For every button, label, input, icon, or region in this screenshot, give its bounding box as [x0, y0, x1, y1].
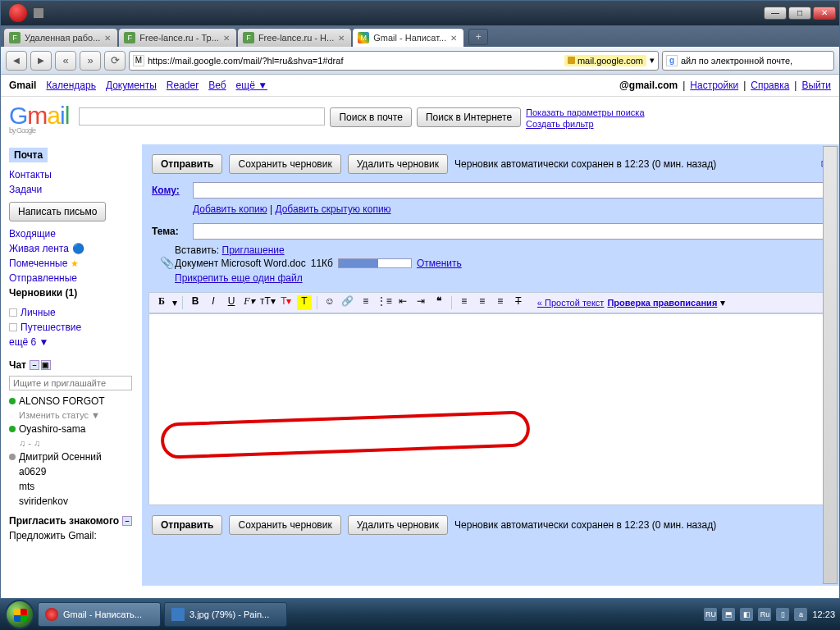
nav-link[interactable]: Reader: [167, 80, 199, 91]
chat-contact[interactable]: mts: [9, 479, 137, 494]
sidebar-starred[interactable]: Помеченные ★: [9, 256, 137, 271]
sidebar-more[interactable]: ещё 6 ▼: [9, 335, 137, 349]
highlight-button[interactable]: T: [297, 295, 312, 310]
sidebar-buzz[interactable]: Живая лента 🔵: [9, 241, 137, 256]
nav-link[interactable]: Документы: [106, 80, 157, 91]
discard-button-bottom[interactable]: Удалить черновик: [348, 515, 448, 535]
insert-invitation-link[interactable]: Приглашение: [222, 244, 285, 256]
browser-tab[interactable]: FFree-lance.ru - Н...✕: [238, 29, 351, 47]
browser-tab[interactable]: FFree-lance.ru - Тр...✕: [119, 29, 236, 47]
font-size-button[interactable]: тT▾: [260, 295, 276, 310]
browser-tab-active[interactable]: MGmail - Написат...✕: [353, 29, 463, 47]
tray-icon[interactable]: ◧: [740, 608, 753, 621]
cancel-upload-link[interactable]: Отменить: [417, 258, 462, 269]
start-button[interactable]: [5, 600, 34, 629]
search-box[interactable]: g айл по электронной почте,: [662, 51, 834, 71]
nav-link[interactable]: Веб: [208, 80, 226, 91]
chat-search-input[interactable]: [9, 376, 132, 390]
sidebar-contacts[interactable]: Контакты: [9, 167, 137, 182]
opera-logo[interactable]: [9, 4, 27, 22]
compose-button[interactable]: Написать письмо: [9, 202, 106, 221]
advanced-search-link[interactable]: Показать параметры поиска: [526, 107, 644, 117]
chat-popout-icon[interactable]: ▣: [41, 360, 51, 370]
browser-tab[interactable]: FУдаленная рабо...✕: [4, 29, 117, 47]
chat-contact[interactable]: sviridenkov: [9, 494, 137, 509]
remove-format-button[interactable]: T: [511, 295, 526, 310]
tab-close-icon[interactable]: ✕: [223, 34, 231, 42]
send-button[interactable]: Отправить: [152, 154, 222, 174]
sidebar-inbox[interactable]: Входящие: [9, 226, 137, 241]
sidebar-label[interactable]: Путешествие: [9, 320, 137, 335]
dropdown-icon[interactable]: ▾: [720, 297, 725, 308]
indent-button[interactable]: ⇥: [413, 295, 428, 310]
close-button[interactable]: ✕: [813, 7, 836, 20]
emoji-button[interactable]: ☺: [322, 295, 337, 310]
underline-button[interactable]: U: [224, 295, 239, 310]
link-button[interactable]: 🔗: [340, 295, 355, 310]
reload-button[interactable]: ⟳: [104, 51, 126, 71]
chat-contact[interactable]: Дмитрий Осенний: [9, 450, 137, 464]
dropdown-icon[interactable]: ▾: [172, 297, 177, 308]
font-button[interactable]: Б: [154, 295, 169, 310]
discard-button[interactable]: Удалить черновик: [348, 154, 448, 174]
sidebar-drafts[interactable]: Черновики (1): [9, 285, 137, 300]
add-cc-link[interactable]: Добавить копию: [193, 203, 267, 215]
nav-link[interactable]: Календарь: [46, 80, 96, 91]
tray-lang[interactable]: RU: [704, 608, 717, 621]
rewind-button[interactable]: «: [55, 51, 76, 71]
chat-status[interactable]: Изменить статус ▼: [9, 409, 137, 422]
tab-close-icon[interactable]: ✕: [104, 34, 112, 42]
taskbar-item[interactable]: 3.jpg (79%) - Pain...: [164, 602, 287, 627]
send-button-bottom[interactable]: Отправить: [152, 515, 222, 535]
italic-button[interactable]: I: [206, 295, 221, 310]
signout-link[interactable]: Выйти: [801, 80, 831, 91]
align-left-button[interactable]: ≡: [457, 295, 472, 310]
plain-text-link[interactable]: « Простой текст: [537, 298, 605, 308]
sidebar-label[interactable]: Личные: [9, 305, 137, 320]
tray-lang2[interactable]: Ru: [758, 608, 771, 621]
tab-close-icon[interactable]: ✕: [450, 34, 459, 42]
save-draft-button[interactable]: Сохранить черновик: [229, 154, 340, 174]
numbered-list-button[interactable]: ≡: [358, 295, 373, 310]
tray-icon[interactable]: ⬒: [722, 608, 735, 621]
spellcheck-link[interactable]: Проверка правописания: [607, 298, 717, 308]
back-button[interactable]: ◄: [6, 51, 27, 71]
nav-link[interactable]: ещё ▼: [236, 80, 267, 91]
create-filter-link[interactable]: Создать фильтр: [526, 119, 644, 129]
forward-button[interactable]: ►: [30, 51, 52, 71]
to-label[interactable]: Кому:: [152, 185, 188, 196]
sidebar-mail[interactable]: Почта: [9, 148, 48, 162]
tray-icon[interactable]: a: [794, 608, 807, 621]
sidebar-tasks[interactable]: Задачи: [9, 182, 137, 197]
attach-another-link[interactable]: Прикрепить еще один файл: [175, 272, 303, 284]
popout-icon[interactable]: ⧉: [821, 158, 829, 171]
address-bar[interactable]: M https://mail.google.com/mail/?hl=ru&sh…: [129, 51, 659, 71]
new-tab-button[interactable]: +: [468, 29, 488, 45]
nav-link[interactable]: Gmail: [9, 80, 36, 91]
taskbar-item[interactable]: Gmail - Написать...: [38, 602, 161, 627]
bold-button[interactable]: B: [188, 295, 203, 310]
text-color-button[interactable]: T▾: [279, 295, 294, 310]
maximize-button[interactable]: □: [788, 7, 811, 20]
mail-search-input[interactable]: [79, 107, 325, 126]
save-draft-button-bottom[interactable]: Сохранить черновик: [229, 515, 340, 535]
to-input[interactable]: [193, 182, 829, 199]
subject-input[interactable]: [193, 223, 829, 240]
fastfwd-button[interactable]: »: [80, 51, 101, 71]
tray-clock[interactable]: 12:23: [812, 609, 835, 619]
align-right-button[interactable]: ≡: [493, 295, 508, 310]
chat-contact[interactable]: ALONSO FORGOT: [9, 394, 137, 409]
add-bcc-link[interactable]: Добавить скрытую копию: [275, 203, 390, 215]
quote-button[interactable]: ❝: [431, 295, 446, 310]
menu-dropdown[interactable]: [34, 8, 43, 18]
align-center-button[interactable]: ≡: [475, 295, 490, 310]
message-body[interactable]: [148, 313, 833, 505]
tab-close-icon[interactable]: ✕: [338, 34, 346, 42]
chat-contact[interactable]: Oyashiro-sama: [9, 422, 137, 436]
bullet-list-button[interactable]: ⋮≡: [377, 295, 392, 310]
search-web-button[interactable]: Поиск в Интернете: [417, 107, 521, 127]
chat-contact[interactable]: a0629: [9, 464, 137, 479]
minimize-button[interactable]: —: [764, 7, 787, 20]
font-family-button[interactable]: F▾: [242, 295, 257, 310]
settings-link[interactable]: Настройки: [690, 80, 738, 91]
